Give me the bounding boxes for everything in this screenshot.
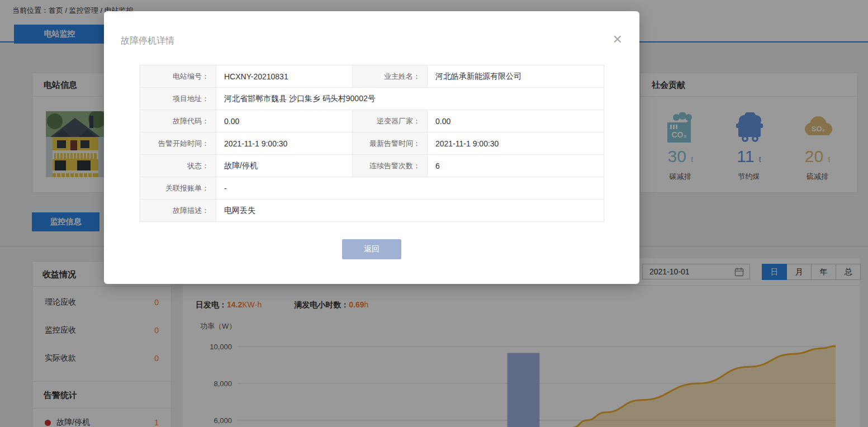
field-label: 故障代码： [140,110,216,132]
field-label: 逆变器厂家： [353,110,428,132]
project-address-value: 河北省邯郸市魏县 沙口集乡 码头村90002号 [216,88,604,110]
close-icon[interactable]: ✕ [613,32,623,47]
fault-detail-table: 电站编号： HCXNY-20210831 业主姓名： 河北皓承新能源有限公司 项… [140,65,605,222]
inverter-maker-value: 0.00 [428,110,604,132]
status-value: 故障/停机 [216,155,353,177]
field-label: 最新告警时间： [353,132,428,155]
fault-detail-modal: 故障停机详情 ✕ 电站编号： HCXNY-20210831 业主姓名： 河北皓承… [104,11,639,284]
related-bill-value: - [216,177,604,200]
field-label: 项目地址： [140,88,216,110]
back-button[interactable]: 返回 [342,239,401,259]
owner-name-value: 河北皓承新能源有限公司 [428,65,604,88]
station-id-value: HCXNY-20210831 [216,65,353,88]
field-label: 状态： [140,155,216,177]
fault-description-value: 电网丢失 [216,200,604,222]
field-label: 连续告警次数： [353,155,428,177]
field-label: 故障描述： [140,200,216,222]
modal-title: 故障停机详情 [121,35,174,47]
field-label: 告警开始时间： [140,132,216,155]
fault-code-value: 0.00 [216,110,353,132]
alarm-count-value: 6 [428,155,604,177]
latest-alarm-time-value: 2021-11-1 9:00:30 [428,132,604,155]
field-label: 电站编号： [140,65,216,88]
field-label: 关联报账单： [140,177,216,200]
alarm-start-time-value: 2021-11-1 9:00:30 [216,132,353,155]
field-label: 业主姓名： [353,65,428,88]
